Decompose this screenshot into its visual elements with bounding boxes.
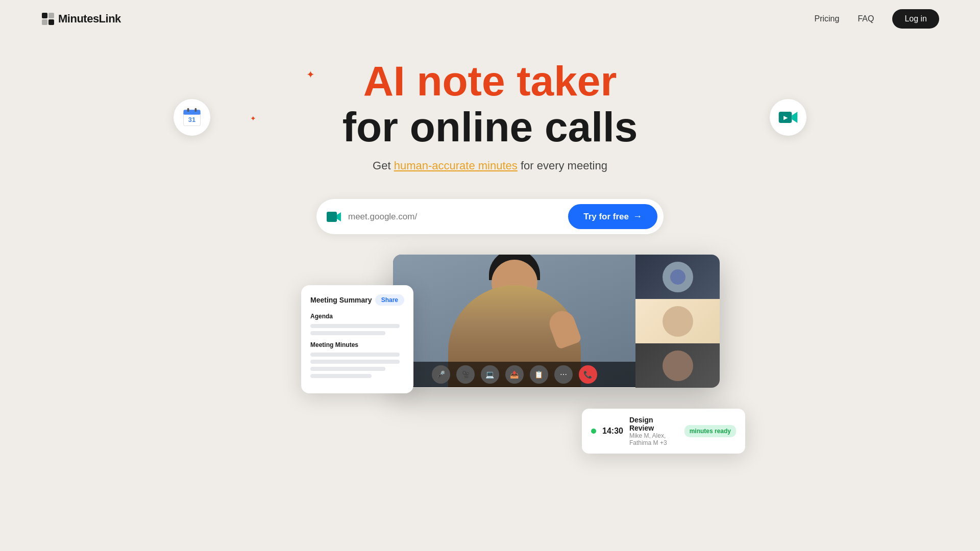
svg-rect-2 <box>42 19 47 25</box>
svg-text:▶: ▶ <box>783 115 788 120</box>
video-call-mockup: 🎤 🎥 💻 📤 📋 ⋯ 📞 <box>393 255 720 388</box>
agenda-line-1 <box>310 324 400 328</box>
svg-rect-3 <box>48 19 54 25</box>
try-btn-arrow-icon: → <box>633 211 642 222</box>
notif-status-badge: minutes ready <box>684 425 736 437</box>
svg-rect-8 <box>187 108 189 112</box>
try-free-button[interactable]: Try for free → <box>568 204 657 229</box>
video-thumbnails <box>635 255 720 388</box>
agenda-label: Agenda <box>310 313 404 320</box>
minutes-line-1 <box>310 353 400 357</box>
url-input[interactable] <box>348 212 568 222</box>
main-video: 🎤 🎥 💻 📤 📋 ⋯ 📞 <box>393 255 635 387</box>
video-controls: 🎤 🎥 💻 📤 📋 ⋯ 📞 <box>393 362 635 387</box>
minutes-label: Meeting Minutes <box>310 341 404 348</box>
meeting-notification: 14:30 Design Review Mike M, Alex, Fathim… <box>582 409 745 454</box>
hero-title: AI note taker for online calls <box>10 58 970 150</box>
agenda-line-2 <box>310 331 385 335</box>
notif-attendees: Mike M, Alex, Fathima M +3 <box>629 432 678 446</box>
google-meet-icon: ▶ <box>777 106 799 129</box>
search-bar: Try for free → <box>316 199 664 234</box>
nav-links: Pricing FAQ Log in <box>814 9 939 29</box>
svg-rect-0 <box>42 13 47 18</box>
svg-rect-1 <box>48 13 54 18</box>
notif-active-dot <box>591 429 596 434</box>
sparkle-icon-1: ✦ <box>306 68 315 81</box>
screen-share-button[interactable]: 💻 <box>481 365 499 384</box>
svg-rect-6 <box>184 113 201 115</box>
try-btn-label: Try for free <box>583 212 629 222</box>
share-badge[interactable]: Share <box>375 294 404 306</box>
subtitle-pre: Get <box>373 159 394 172</box>
subtitle-post: for every meeting <box>518 159 607 172</box>
google-calendar-icon: 31 <box>181 106 203 129</box>
card-minutes-section: Meeting Minutes <box>310 341 404 378</box>
card-agenda-section: Agenda <box>310 313 404 335</box>
thumb-person-3 <box>635 343 720 388</box>
search-bar-wrapper: Try for free → <box>0 199 980 234</box>
more-button[interactable]: ⋯ <box>554 365 573 384</box>
meeting-summary-card: Meeting Summary Share Agenda Meeting Min… <box>301 285 413 393</box>
faq-link[interactable]: FAQ <box>857 14 874 23</box>
logo[interactable]: MinutesLink <box>41 12 121 26</box>
notif-meeting-title: Design Review <box>629 416 678 432</box>
logo-icon <box>41 12 55 26</box>
notif-time: 14:30 <box>602 427 623 436</box>
whiteboard-button[interactable]: 📋 <box>530 365 548 384</box>
video-layout: 🎤 🎥 💻 📤 📋 ⋯ 📞 <box>393 255 720 388</box>
svg-marker-14 <box>337 212 341 221</box>
card-title: Meeting Summary <box>310 296 372 304</box>
minutes-line-3 <box>310 367 385 371</box>
google-meet-float: ▶ <box>770 99 806 136</box>
minutes-line-4 <box>310 374 372 378</box>
google-meet-input-icon <box>326 209 342 225</box>
navbar: MinutesLink Pricing FAQ Log in <box>0 0 980 38</box>
svg-text:31: 31 <box>188 116 195 123</box>
card-header: Meeting Summary Share <box>310 294 404 306</box>
sparkle-icon-2: ✦ <box>250 114 256 122</box>
thumb-person-1 <box>635 255 720 299</box>
hero-section: 31 ✦ ✦ ▶ AI note taker for online calls … <box>0 38 980 183</box>
mic-button[interactable]: 🎤 <box>432 365 450 384</box>
notif-info: Design Review Mike M, Alex, Fathima M +3 <box>629 416 678 446</box>
subtitle-highlight: human-accurate minutes <box>394 159 518 172</box>
svg-rect-9 <box>195 108 197 112</box>
svg-marker-11 <box>792 112 797 123</box>
end-call-button[interactable]: 📞 <box>579 365 597 384</box>
svg-rect-13 <box>327 212 337 222</box>
pricing-link[interactable]: Pricing <box>814 14 839 23</box>
share-button[interactable]: 📤 <box>505 365 524 384</box>
minutes-line-2 <box>310 360 400 364</box>
camera-button[interactable]: 🎥 <box>456 365 475 384</box>
thumb-person-2 <box>635 299 720 343</box>
google-calendar-float: 31 <box>174 99 210 136</box>
hero-subtitle: Get human-accurate minutes for every mee… <box>10 159 970 172</box>
hero-title-black: for online calls <box>342 104 638 150</box>
hero-title-orange: AI note taker <box>363 58 617 104</box>
demo-area: Meeting Summary Share Agenda Meeting Min… <box>235 255 745 459</box>
login-button[interactable]: Log in <box>892 9 939 29</box>
logo-text: MinutesLink <box>58 12 121 26</box>
